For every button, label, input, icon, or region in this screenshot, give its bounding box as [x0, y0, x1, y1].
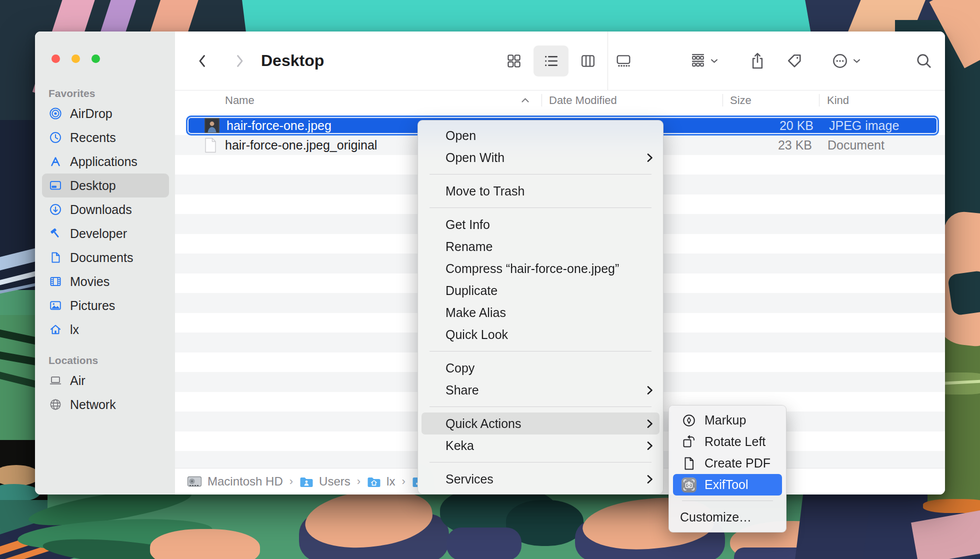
photo-icon: [48, 299, 62, 312]
menu-item-make-alias[interactable]: Make Alias: [418, 302, 663, 324]
column-divider[interactable]: [819, 94, 820, 106]
column-view-icon: [580, 53, 596, 69]
sidebar-item-airdrop[interactable]: AirDrop: [42, 102, 169, 126]
menu-item-open[interactable]: Open: [418, 124, 663, 146]
sidebar-item-recents[interactable]: Recents: [42, 126, 169, 150]
column-divider[interactable]: [542, 94, 542, 106]
exiftool-icon: [681, 478, 697, 492]
forward-button[interactable]: [227, 32, 252, 90]
sidebar-item-movies[interactable]: Movies: [42, 270, 169, 294]
desktop-icon: [48, 179, 62, 192]
submenu-item-label: Create PDF: [704, 456, 770, 470]
gallery-view-button[interactable]: [608, 32, 639, 90]
sidebar-item-developer[interactable]: Developer: [42, 222, 169, 246]
toolbar: Desktop: [175, 32, 945, 90]
submenu-item-create-pdf[interactable]: Create PDF: [669, 452, 786, 474]
rotate-left-icon: [681, 435, 697, 449]
menu-item-services[interactable]: Services: [418, 468, 663, 490]
path-item[interactable]: Users: [319, 474, 350, 488]
submenu-item-rotate-left[interactable]: Rotate Left: [669, 431, 786, 452]
share-button[interactable]: [744, 32, 771, 90]
submenu-chevron-icon: [646, 386, 653, 395]
laptop-icon: [48, 374, 62, 387]
airdrop-icon: [48, 107, 62, 120]
menu-separator: [430, 351, 652, 352]
more-options-button[interactable]: [823, 32, 869, 90]
menu-item-quick-actions[interactable]: Quick Actions: [422, 412, 660, 434]
sidebar-item-home-lx[interactable]: lx: [42, 318, 169, 342]
folder-users-icon[interactable]: [300, 476, 314, 488]
desktop: Favorites AirDrop Recents Applications D…: [0, 0, 980, 559]
column-header-date-modified[interactable]: Date Modified: [549, 90, 617, 110]
file-size: 20 KB: [752, 117, 814, 134]
path-item[interactable]: Macintosh HD: [208, 474, 283, 488]
sidebar-item-desktop[interactable]: Desktop: [42, 174, 169, 198]
globe-icon: [48, 398, 62, 411]
wallpaper-shape: [948, 270, 980, 316]
back-button[interactable]: [190, 32, 215, 90]
chevron-down-icon: [710, 58, 718, 64]
zoom-window-button[interactable]: [92, 54, 100, 63]
submenu-item-markup[interactable]: Markup: [669, 410, 786, 431]
share-icon: [749, 52, 766, 70]
submenu-item-exiftool[interactable]: ExifTool: [673, 474, 782, 496]
column-view-button[interactable]: [572, 32, 604, 90]
column-divider[interactable]: [722, 94, 723, 106]
close-window-button[interactable]: [52, 54, 60, 63]
file-size: 23 KB: [750, 136, 812, 156]
menu-item-share[interactable]: Share: [418, 379, 663, 401]
sidebar-item-documents[interactable]: Documents: [42, 246, 169, 270]
column-header-name[interactable]: Name: [225, 90, 254, 110]
menu-separator: [430, 406, 652, 407]
submenu-item-label: Customize…: [680, 510, 752, 524]
menu-item-open-with[interactable]: Open With: [418, 146, 663, 168]
column-header-size[interactable]: Size: [730, 90, 752, 110]
menu-item-keka[interactable]: Keka: [418, 434, 663, 456]
file-name: hair-force-one.jpeg: [226, 117, 332, 134]
sidebar-item-label: Downloads: [70, 202, 132, 217]
menu-item-rename[interactable]: Rename: [418, 236, 663, 258]
submenu-item-label: ExifTool: [704, 478, 748, 492]
submenu-chevron-icon: [646, 441, 653, 450]
group-by-button[interactable]: [680, 32, 728, 90]
wallpaper-shape: [150, 529, 260, 559]
menu-item-compress[interactable]: Compress “hair-force-one.jpeg”: [418, 258, 663, 280]
menu-item-duplicate[interactable]: Duplicate: [418, 280, 663, 302]
minimize-window-button[interactable]: [72, 54, 80, 63]
icon-view-button[interactable]: [498, 32, 530, 90]
menu-item-copy[interactable]: Copy: [418, 357, 663, 379]
menu-item-move-to-trash[interactable]: Move to Trash: [418, 180, 663, 202]
home-icon: [48, 323, 62, 336]
sidebar-item-label: AirDrop: [70, 106, 112, 121]
menu-separator: [682, 500, 773, 501]
submenu-chevron-icon: [646, 474, 653, 484]
image-thumbnail: [204, 118, 220, 133]
menu-item-quick-look[interactable]: Quick Look: [418, 324, 663, 346]
window-controls: [52, 54, 100, 63]
menu-item-get-info[interactable]: Get Info: [418, 214, 663, 236]
hammer-icon: [48, 227, 62, 240]
sidebar-item-pictures[interactable]: Pictures: [42, 294, 169, 318]
menu-item-label: Keka: [446, 438, 474, 453]
submenu-item-customize[interactable]: Customize…: [669, 506, 786, 528]
sidebar-section-favorites: Favorites: [42, 86, 169, 102]
path-item[interactable]: lx: [386, 474, 395, 488]
quick-actions-submenu: Markup Rotate Left Create PDF ExifTool C…: [668, 405, 786, 532]
list-view-button[interactable]: [534, 46, 568, 76]
sort-ascending-icon[interactable]: [521, 90, 530, 110]
submenu-item-label: Rotate Left: [704, 434, 766, 449]
path-separator: ›: [402, 475, 405, 488]
sidebar-section-locations: Locations: [42, 352, 169, 368]
list-header: Name Date Modified Size Kind: [175, 90, 945, 111]
menu-item-label: Open With: [446, 150, 504, 165]
sidebar-item-applications[interactable]: Applications: [42, 150, 169, 174]
tag-button[interactable]: [781, 32, 808, 90]
folder-home-icon[interactable]: [367, 476, 381, 488]
sidebar-item-downloads[interactable]: Downloads: [42, 198, 169, 222]
column-header-kind[interactable]: Kind: [827, 90, 849, 110]
search-button[interactable]: [910, 32, 938, 90]
file-thumbnail: [204, 117, 220, 134]
sidebar-item-network[interactable]: Network: [42, 392, 169, 416]
sidebar-item-air[interactable]: Air: [42, 368, 169, 392]
hard-drive-icon[interactable]: [187, 475, 202, 488]
